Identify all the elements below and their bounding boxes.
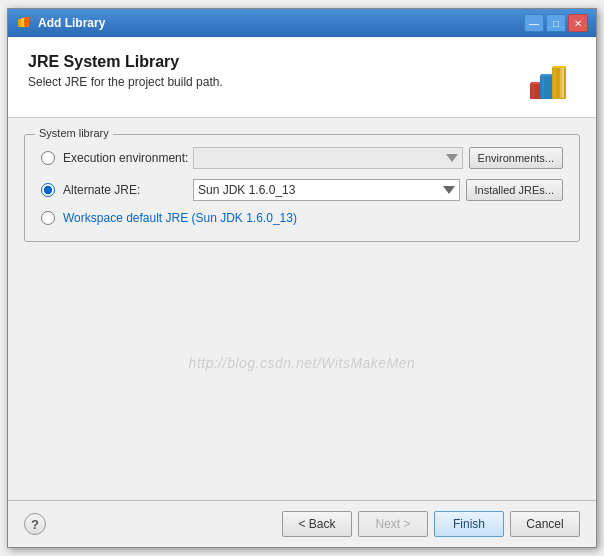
window-title: Add Library (38, 16, 524, 30)
workspace-default-label[interactable]: Workspace default JRE (Sun JDK 1.6.0_13) (63, 211, 297, 225)
page-title: JRE System Library (28, 53, 524, 71)
system-library-group: System library Execution environment: En… (24, 134, 580, 242)
workspace-default-radio[interactable] (41, 211, 55, 225)
alternate-jre-row: Alternate JRE: Sun JDK 1.6.0_13 Installe… (41, 179, 563, 201)
header-text: JRE System Library Select JRE for the pr… (28, 53, 524, 89)
footer-buttons: < Back Next > Finish Cancel (282, 511, 580, 537)
group-legend: System library (35, 127, 113, 139)
back-button[interactable]: < Back (282, 511, 352, 537)
execution-env-radio[interactable] (41, 151, 55, 165)
add-library-dialog: Add Library — □ ✕ JRE System Library Sel… (7, 8, 597, 548)
svg-rect-5 (532, 84, 534, 98)
svg-rect-11 (554, 68, 556, 98)
alternate-jre-dropdown[interactable]: Sun JDK 1.6.0_13 (193, 179, 460, 201)
execution-env-dropdown[interactable] (193, 147, 463, 169)
next-button[interactable]: Next > (358, 511, 428, 537)
installed-jres-button[interactable]: Installed JREs... (466, 179, 563, 201)
svg-rect-2 (24, 17, 29, 27)
alternate-jre-label: Alternate JRE: (63, 183, 193, 197)
content-area: JRE System Library Select JRE for the pr… (8, 37, 596, 547)
execution-env-label: Execution environment: (63, 151, 193, 165)
finish-button[interactable]: Finish (434, 511, 504, 537)
cancel-button[interactable]: Cancel (510, 511, 580, 537)
minimize-button[interactable]: — (524, 14, 544, 32)
maximize-button[interactable]: □ (546, 14, 566, 32)
svg-rect-8 (542, 76, 544, 98)
environments-button[interactable]: Environments... (469, 147, 563, 169)
svg-rect-10 (553, 66, 566, 68)
window-icon (16, 15, 32, 31)
help-button[interactable]: ? (24, 513, 46, 535)
svg-rect-13 (560, 68, 562, 98)
footer-left: ? (24, 513, 46, 535)
execution-env-row: Execution environment: Environments... (41, 147, 563, 169)
window-controls: — □ ✕ (524, 14, 588, 32)
header-section: JRE System Library Select JRE for the pr… (8, 37, 596, 118)
title-bar: Add Library — □ ✕ (8, 9, 596, 37)
close-button[interactable]: ✕ (568, 14, 588, 32)
page-subtitle: Select JRE for the project build path. (28, 75, 524, 89)
main-section: System library Execution environment: En… (8, 118, 596, 500)
footer: ? < Back Next > Finish Cancel (8, 500, 596, 547)
watermark: http://blog.csdn.net/WitsMakeMen (24, 242, 580, 484)
alternate-jre-radio[interactable] (41, 183, 55, 197)
books-icon (524, 53, 576, 101)
workspace-default-row: Workspace default JRE (Sun JDK 1.6.0_13) (41, 211, 563, 225)
svg-rect-12 (562, 68, 564, 98)
